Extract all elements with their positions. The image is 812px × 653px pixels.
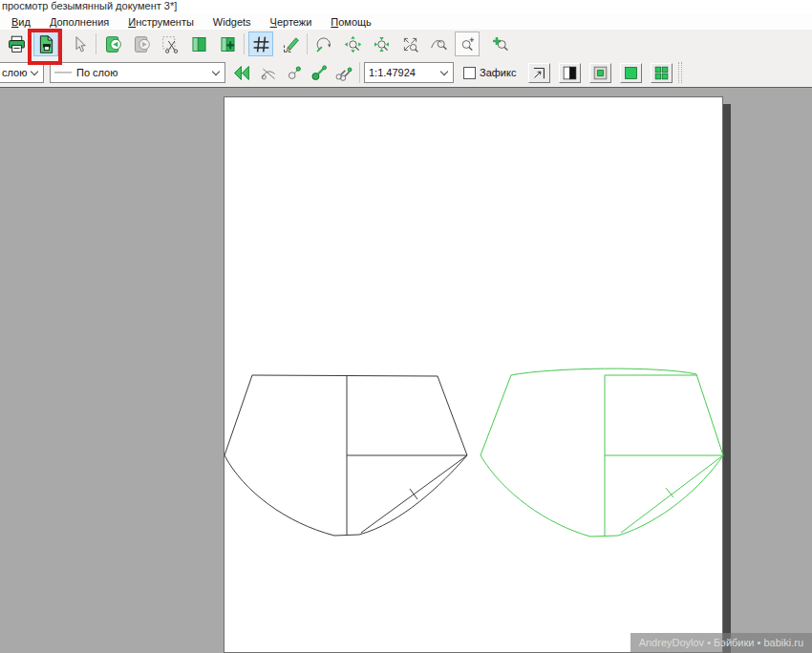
pen-color-value: По слою xyxy=(0,67,28,78)
inner-square-view-button[interactable] xyxy=(589,63,611,83)
scale-combobox[interactable]: 1:1.47924 xyxy=(364,62,454,83)
print-preview-button[interactable] xyxy=(4,32,29,56)
menu-drawings[interactable]: Чертежи xyxy=(267,14,316,30)
scale-value: 1:1.47924 xyxy=(369,67,416,78)
grid-toggle-button[interactable] xyxy=(248,32,273,56)
line-type-value: По слою xyxy=(76,67,118,78)
node-tool-button[interactable] xyxy=(281,60,306,85)
title-bar: просмотр безымянный документ 3*] xyxy=(0,0,812,13)
grid-icon xyxy=(251,34,271,54)
magnifier-arrows-in-icon xyxy=(372,34,392,54)
curve-pointer-icon xyxy=(259,63,279,83)
chevron-down-icon xyxy=(212,67,220,74)
main-toolbar xyxy=(0,30,812,58)
pages-icon xyxy=(189,34,209,54)
cursor-arrow-icon xyxy=(70,34,90,54)
pencil-ruler-icon xyxy=(281,34,301,54)
cut-layout-button[interactable] xyxy=(158,32,182,56)
node-dot-icon xyxy=(284,63,304,83)
four-pages-view-button[interactable] xyxy=(651,63,673,83)
add-page-button[interactable] xyxy=(215,32,240,56)
select-cursor-button[interactable] xyxy=(67,32,92,56)
insert-page-left-button[interactable] xyxy=(100,32,125,56)
four-squares-icon xyxy=(653,65,670,81)
line-type-combobox[interactable]: По слою xyxy=(50,62,225,83)
checkbox-unchecked[interactable] xyxy=(463,67,476,79)
inner-square-icon xyxy=(592,65,609,81)
corner-measure-button[interactable] xyxy=(528,63,550,83)
toolbar-separator xyxy=(96,33,96,54)
red-highlight-annotation xyxy=(28,29,62,65)
full-square-view-button[interactable] xyxy=(620,63,642,83)
layout-page[interactable] xyxy=(224,96,723,653)
menu-tools[interactable]: Инструменты xyxy=(124,14,198,30)
fix-scale-checkbox-wrap[interactable]: Зафикс xyxy=(463,67,516,79)
page-arrow-left-icon xyxy=(103,34,123,54)
zoom-cursor-button[interactable] xyxy=(455,32,480,56)
checkbox-label: Зафикс xyxy=(480,67,516,78)
pen-color-combobox[interactable]: По слою xyxy=(0,62,44,83)
union-tool-button[interactable] xyxy=(306,60,331,85)
group-tools-button[interactable] xyxy=(331,60,355,85)
options-toolbar: По слою По слою xyxy=(0,58,812,88)
add-page-icon xyxy=(218,34,238,54)
watermark: AndreyDoylov • Бэйбики • babiki.ru xyxy=(630,633,812,653)
printer-icon xyxy=(7,34,27,54)
menu-bar: Вид Дополнения Инструменты Widgets Черте… xyxy=(0,13,812,30)
measure-tool-button[interactable] xyxy=(278,32,303,56)
rotate-pencil-icon xyxy=(314,34,334,54)
expand-arrows-icon xyxy=(400,34,420,54)
page-shadow xyxy=(723,104,731,653)
pages-button[interactable] xyxy=(186,32,211,56)
green-plus-magnifier-icon xyxy=(490,34,510,54)
zoom-arrows-out-button[interactable] xyxy=(340,32,365,56)
magnifier-arrows-out-icon xyxy=(343,34,363,54)
corner-arrow-icon xyxy=(531,65,547,81)
window-title: просмотр безымянный документ 3*] xyxy=(0,0,812,12)
contrast-view-button[interactable] xyxy=(559,63,581,83)
line-style-swatch xyxy=(54,72,72,74)
green-square-icon xyxy=(623,65,639,81)
zoom-extents-button[interactable] xyxy=(397,32,422,56)
zoom-arrows-in-button[interactable] xyxy=(369,32,394,56)
toolbar-separator xyxy=(307,33,308,54)
toolbar-separator xyxy=(359,62,360,83)
menu-widgets[interactable]: Widgets xyxy=(209,14,255,30)
toolbar-grip[interactable] xyxy=(678,62,682,83)
chevron-down-icon xyxy=(31,67,38,74)
zoom-fit-best-button[interactable] xyxy=(487,32,512,56)
menu-help[interactable]: Помощь xyxy=(327,14,375,30)
collapse-toolbar-button[interactable] xyxy=(228,60,253,85)
insert-page-right-button[interactable] xyxy=(129,32,154,56)
menu-addons[interactable]: Дополнения xyxy=(46,14,113,30)
double-key-icon xyxy=(333,63,353,83)
contrast-icon xyxy=(562,65,578,81)
page-arrow-right-icon-disabled xyxy=(132,34,152,54)
curve-magnifier-icon xyxy=(429,34,449,54)
key-tool-icon xyxy=(309,63,329,83)
curve-pointer-tool-button[interactable] xyxy=(256,60,281,85)
menu-view[interactable]: Вид xyxy=(8,14,34,30)
chevron-down-icon xyxy=(440,67,448,74)
magnifier-plus-cursor-icon xyxy=(458,34,478,54)
zoom-curve-button[interactable] xyxy=(426,32,451,56)
scissors-icon xyxy=(160,34,181,54)
toolbar-separator xyxy=(244,33,245,54)
rotate-tool-button[interactable] xyxy=(311,32,336,56)
double-chevron-left-icon xyxy=(231,63,251,83)
